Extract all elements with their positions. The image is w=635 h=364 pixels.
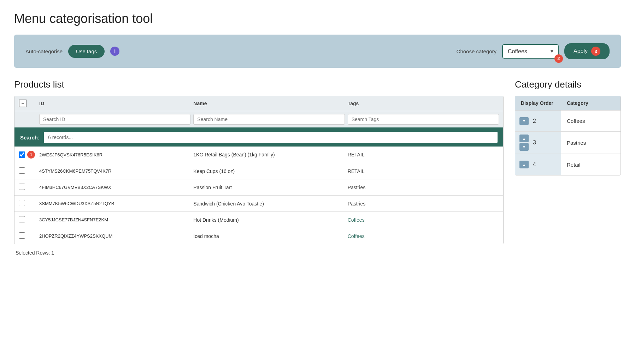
cat-order-num-pastries: 3 [533, 139, 536, 146]
cat-table-header: Display Order Category [515, 96, 621, 111]
category-table: Display Order Category ▼ 2 Coffees [515, 96, 621, 175]
row-checkbox-1[interactable] [19, 167, 25, 174]
cat-row-coffees: ▼ 2 Coffees [515, 111, 621, 132]
collapse-btn-wrapper: − [19, 100, 36, 107]
row-id-3: 3SMM7K5W6CWDU3XSZ5N2TQYB [39, 201, 190, 206]
row-checkbox-2[interactable] [19, 184, 25, 190]
col-id-label: ID [39, 101, 190, 106]
badge-num-0: 1 [27, 151, 35, 159]
row-checkbox-5[interactable] [19, 232, 25, 239]
row-name-0: 1KG Retail Bags (Bean) (1kg Family) [193, 152, 345, 157]
cat-down-arrow-pastries[interactable]: ▼ [519, 143, 529, 151]
row-id-2: 4FIM3HC67GVMVB3X2CA7SKWX [39, 185, 190, 190]
row-name-3: Sandwich (Chicken Avo Toastie) [193, 201, 345, 207]
col-name-label: Name [193, 101, 345, 106]
apply-button[interactable]: Apply 3 [564, 43, 610, 59]
cat-row-retail: ▲ 4 Retail [515, 154, 621, 175]
row-name-5: Iced mocha [193, 233, 345, 239]
cat-name-coffees: Coffees [561, 111, 621, 131]
cat-order-retail: ▲ 4 [515, 154, 561, 175]
row-id-1: 4STYMS26CKM6PEM75TQV4K7R [39, 168, 190, 174]
cat-name-pastries: Pastries [561, 132, 621, 154]
use-tags-button[interactable]: Use tags [68, 45, 105, 58]
search-bar-label: Search: [20, 135, 40, 141]
row-tags-2: Pastries [348, 185, 499, 190]
row-id-5: 2HOPZR2QIXZZ4YWPS2SKXQUM [39, 233, 190, 239]
category-select-wrapper: Coffees Pastries Retail ▼ 2 [502, 44, 559, 59]
row-checkbox-3[interactable] [19, 200, 25, 206]
table-header-row: − ID Name Tags [14, 96, 503, 111]
table-row: 4STYMS26CKM6PEM75TQV4K7R Keep Cups (16 o… [14, 163, 503, 179]
col-tags-label: Tags [348, 101, 499, 106]
products-table: − ID Name Tags Search: [14, 96, 504, 244]
category-details-section: Category details Display Order Category … [515, 79, 621, 261]
choose-cat-label: Choose category [457, 48, 496, 54]
row-name-4: Hot Drinks (Medium) [193, 217, 345, 223]
badge-3: 3 [591, 47, 600, 56]
auto-categorise-section: Auto-categorise Use tags i [25, 45, 119, 58]
table-row: 3CY5JJCSE77BJZN4SFN7E2KM Hot Drinks (Med… [14, 212, 503, 228]
cat-order-pastries: ▲ ▼ 3 [515, 132, 561, 154]
page-title: Menu categorisation tool [14, 11, 621, 26]
choose-category-section: Choose category Coffees Pastries Retail … [457, 43, 610, 59]
row-name-1: Keep Cups (16 oz) [193, 168, 345, 174]
search-bar: Search: [14, 128, 503, 147]
row-checkbox-0[interactable] [19, 151, 25, 158]
cat-col-order: Display Order [515, 96, 561, 110]
row-id-0: 2WESJF6QVSK476R5ESIK6R [39, 152, 190, 157]
search-id-input[interactable] [39, 114, 190, 125]
cat-order-num-retail: 4 [533, 161, 536, 168]
info-icon[interactable]: i [110, 47, 119, 56]
cat-order-coffees: ▼ 2 [515, 111, 561, 131]
row-tags-4: Coffees [348, 217, 499, 223]
badge-2: 2 [554, 54, 563, 63]
cat-row-pastries: ▲ ▼ 3 Pastries [515, 132, 621, 154]
row-tags-0: RETAIL [348, 152, 499, 157]
apply-label: Apply [574, 48, 588, 54]
search-name-input[interactable] [193, 114, 345, 125]
cat-order-num-coffees: 2 [533, 118, 536, 124]
page-container: Menu categorisation tool Auto-categorise… [0, 0, 635, 273]
search-tags-input[interactable] [348, 114, 499, 125]
top-bar: Auto-categorise Use tags i Choose catego… [14, 35, 621, 68]
row-tags-1: RETAIL [348, 168, 499, 174]
table-row: 4FIM3HC67GVMVB3X2CA7SKWX Passion Fruit T… [14, 179, 503, 196]
row-tags-3: Pastries [348, 201, 499, 207]
category-select[interactable]: Coffees Pastries Retail [502, 44, 559, 59]
selected-rows-label: Selected Rows: 1 [14, 244, 504, 261]
collapse-button[interactable]: − [19, 100, 27, 107]
cat-arrows-retail: ▲ [519, 161, 529, 168]
search-bar-input[interactable] [44, 132, 498, 143]
row-checkbox-4[interactable] [19, 216, 25, 222]
cat-down-arrow-coffees[interactable]: ▼ [519, 117, 529, 125]
main-layout: Products list − ID Name Tags [14, 79, 621, 261]
auto-cat-label: Auto-categorise [25, 48, 63, 54]
cat-up-arrow-retail[interactable]: ▲ [519, 161, 529, 168]
cat-up-arrow-pastries[interactable]: ▲ [519, 135, 529, 142]
table-row: 2HOPZR2QIXZZ4YWPS2SKXQUM Iced mocha Coff… [14, 228, 503, 244]
cat-arrows-coffees: ▼ [519, 117, 529, 125]
products-title: Products list [14, 79, 504, 90]
category-details-title: Category details [515, 79, 621, 90]
row-id-4: 3CY5JJCSE77BJZN4SFN7E2KM [39, 217, 190, 222]
table-row: 1 2WESJF6QVSK476R5ESIK6R 1KG Retail Bags… [14, 147, 503, 163]
row-tags-5: Coffees [348, 233, 499, 239]
cat-col-category: Category [561, 96, 621, 110]
products-section: Products list − ID Name Tags [14, 79, 504, 261]
row-name-2: Passion Fruit Tart [193, 185, 345, 190]
cat-name-retail: Retail [561, 154, 621, 175]
table-search-row [14, 111, 503, 128]
cat-arrows-pastries: ▲ ▼ [519, 135, 529, 151]
table-row: 3SMM7K5W6CWDU3XSZ5N2TQYB Sandwich (Chick… [14, 196, 503, 212]
